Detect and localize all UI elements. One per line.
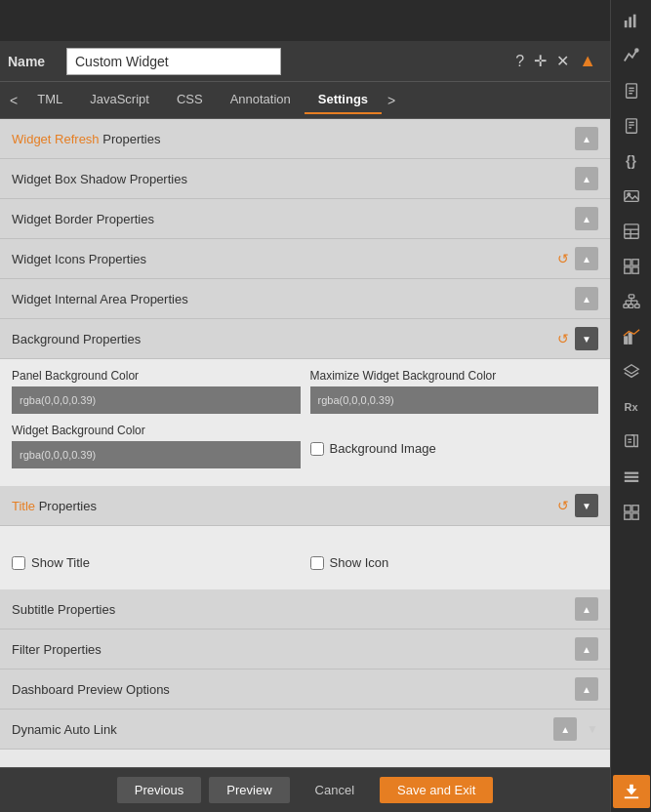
collapse-widget-refresh-button[interactable]: ▲ (575, 127, 598, 150)
svg-rect-19 (631, 260, 637, 265)
svg-rect-46 (624, 796, 637, 798)
sidebar-icon-pivot[interactable] (613, 250, 650, 283)
preview-button[interactable]: Preview (209, 777, 289, 803)
collapse-widget-internal-button[interactable]: ▲ (575, 287, 598, 310)
svg-rect-22 (629, 295, 633, 299)
svg-rect-24 (629, 304, 633, 308)
refresh-widget-icons-icon[interactable]: ↺ (557, 251, 569, 266)
section-background-title: Background Properties (12, 332, 557, 346)
section-title-props-title: Title Properties (12, 499, 557, 513)
maximize-bg-input[interactable] (310, 386, 599, 414)
sidebar-icon-chart-mixed[interactable] (613, 320, 650, 353)
show-icon-checkbox[interactable] (310, 556, 324, 570)
section-dynamic-auto-link[interactable]: Dynamic Auto Link ▲ ▼ (0, 710, 610, 750)
name-label: Name (8, 54, 57, 69)
collapse-widget-box-shadow-button[interactable]: ▲ (575, 167, 598, 190)
title-props-content: Show Title Show Icon (0, 526, 610, 582)
section-widget-internal-title: Widget Internal Area Properties (12, 292, 575, 306)
widget-bg-label: Widget Background Color (12, 424, 301, 437)
sidebar-icon-file-data[interactable] (613, 426, 650, 459)
sidebar-icon-code-braces[interactable]: {} (613, 144, 650, 178)
section-widget-refresh-icons: ▲ (575, 127, 598, 150)
sidebar-icon-document[interactable] (613, 74, 650, 107)
show-icon-label: Show Icon (330, 555, 389, 570)
svg-rect-23 (623, 304, 628, 308)
tab-next-button[interactable]: > (382, 89, 401, 112)
panel-bg-input[interactable] (12, 386, 301, 414)
sidebar-icon-widgets[interactable] (613, 496, 650, 529)
title-spacer (0, 582, 610, 589)
tab-annotation[interactable]: Annotation (217, 86, 305, 114)
section-widget-refresh[interactable]: Widget Refresh Properties ▲ (0, 119, 610, 159)
section-dashboard-preview[interactable]: Dashboard Preview Options ▲ (0, 670, 610, 710)
widget-bg-input[interactable] (12, 441, 301, 468)
collapse-filter-button[interactable]: ▲ (575, 637, 598, 661)
sidebar-icon-chart-bar[interactable] (613, 4, 650, 37)
svg-rect-25 (634, 304, 639, 308)
collapse-widget-icons-button[interactable]: ▲ (575, 247, 598, 270)
bg-image-field: Background Image (310, 424, 599, 468)
section-title-props[interactable]: Title Properties ↺ ▼ (0, 486, 610, 526)
tab-bar: < TML JavaScript CSS Annotation Settings… (0, 82, 610, 119)
collapse-dynamic-auto-link-button[interactable]: ▲ (553, 717, 577, 741)
show-icon-field: Show Icon (310, 555, 599, 570)
widget-bg-color-field: Widget Background Color (12, 424, 301, 468)
section-subtitle-title: Subtitle Properties (12, 602, 575, 617)
save-exit-button[interactable]: Save and Exit (380, 777, 493, 803)
previous-button[interactable]: Previous (117, 777, 202, 803)
section-widget-box-shadow-title: Widget Box Shadow Properties (12, 172, 575, 186)
svg-rect-2 (632, 15, 635, 28)
svg-rect-43 (631, 513, 637, 519)
sidebar-icon-download[interactable] (613, 775, 650, 808)
collapse-widget-border-button[interactable]: ▲ (575, 207, 598, 230)
collapse-title-button[interactable]: ▼ (575, 494, 598, 517)
sidebar-icon-image[interactable] (613, 180, 650, 213)
section-dynamic-auto-link-title: Dynamic Auto Link (12, 722, 553, 737)
show-title-checkbox[interactable] (12, 556, 25, 570)
sidebar-icon-stack[interactable] (613, 461, 650, 494)
collapse-background-button[interactable]: ▼ (575, 327, 598, 350)
bg-spacer (0, 478, 610, 486)
section-widget-icons[interactable]: Widget Icons Properties ↺ ▲ (0, 239, 610, 279)
section-subtitle[interactable]: Subtitle Properties ▲ (0, 589, 610, 629)
sidebar-icon-hierarchy[interactable] (613, 285, 650, 318)
tab-css[interactable]: CSS (163, 86, 217, 114)
background-props-content: Panel Background Color Maximize Widget B… (0, 359, 610, 478)
svg-rect-0 (624, 20, 627, 27)
tab-javascript[interactable]: JavaScript (76, 86, 163, 114)
cancel-button[interactable]: Cancel (298, 777, 372, 803)
main-content: Name ? ✛ ✕ ▲ < TML JavaScript CSS Annota… (0, 41, 610, 812)
help-icon[interactable]: ? (515, 53, 524, 70)
section-widget-border[interactable]: Widget Border Properties ▲ (0, 199, 610, 239)
move-icon[interactable]: ✛ (534, 52, 547, 70)
svg-rect-40 (624, 506, 630, 511)
section-widget-box-shadow[interactable]: Widget Box Shadow Properties ▲ (0, 159, 610, 199)
refresh-background-icon[interactable]: ↺ (557, 331, 569, 346)
svg-rect-34 (625, 435, 633, 447)
collapse-dashboard-preview-button[interactable]: ▲ (575, 677, 598, 701)
collapse-subtitle-button[interactable]: ▲ (575, 597, 598, 621)
arrow-up-icon[interactable]: ▲ (579, 51, 596, 71)
sidebar-icon-table[interactable] (613, 215, 650, 248)
bg-image-label: Background Image (330, 441, 436, 456)
refresh-title-icon[interactable]: ↺ (557, 498, 569, 513)
section-widget-border-title: Widget Border Properties (12, 212, 575, 226)
bg-image-checkbox[interactable] (310, 442, 324, 456)
scroll-area[interactable]: Widget Refresh Properties ▲ Widget Box S… (0, 119, 610, 767)
widget-name-input[interactable] (66, 48, 281, 75)
tab-prev-button[interactable]: < (4, 89, 23, 112)
close-icon[interactable]: ✕ (556, 52, 569, 70)
tab-settings[interactable]: Settings (305, 86, 382, 114)
sidebar-icon-layers[interactable] (613, 355, 650, 388)
panel-bg-label: Panel Background Color (12, 369, 301, 383)
rx-label: Rx (624, 401, 637, 413)
tab-tml[interactable]: TML (23, 86, 76, 114)
right-sidebar: {} Rx (610, 0, 651, 812)
section-widget-internal[interactable]: Widget Internal Area Properties ▲ (0, 279, 610, 319)
svg-rect-20 (624, 267, 630, 273)
section-filter[interactable]: Filter Properties ▲ (0, 629, 610, 670)
sidebar-icon-chart-line[interactable] (613, 39, 650, 72)
sidebar-icon-text-doc[interactable] (613, 109, 650, 142)
section-background[interactable]: Background Properties ↺ ▼ (0, 319, 610, 359)
sidebar-icon-rx[interactable]: Rx (613, 390, 650, 424)
